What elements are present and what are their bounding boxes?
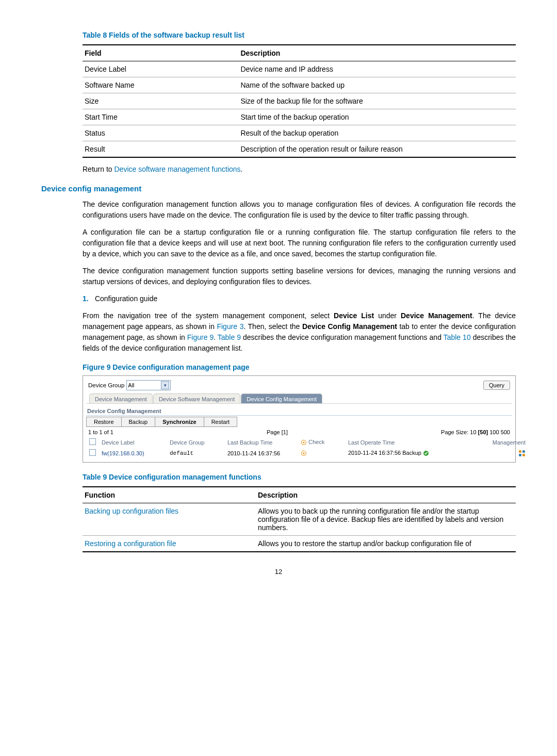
- p4-p7: describes the device configuration manag…: [241, 333, 444, 341]
- t9-r0-f[interactable]: Backing up configuration files: [85, 507, 178, 515]
- col-device-group[interactable]: Device Group: [168, 437, 224, 447]
- table8-head-field: Field: [83, 45, 238, 61]
- page-number: 12: [41, 568, 516, 576]
- gear-icon[interactable]: [301, 450, 307, 456]
- pager-right-cur[interactable]: [50]: [478, 429, 488, 435]
- return-link[interactable]: Device software management functions: [114, 165, 240, 173]
- query-button[interactable]: Query: [483, 381, 510, 390]
- config-grid: Device Label Device Group Last Backup Ti…: [86, 436, 529, 459]
- p4-b2: Device Management: [401, 311, 472, 320]
- return-suffix: .: [241, 165, 243, 173]
- col-last-backup[interactable]: Last Backup Time: [225, 437, 298, 447]
- row-last-operate-text: 2010-11-24 16:37:56 Backup: [348, 450, 421, 456]
- success-icon: [423, 450, 429, 456]
- p4-l3[interactable]: Table 9: [218, 333, 241, 341]
- t8-r2-d: Size of the backup file for the software: [238, 93, 516, 109]
- col-check[interactable]: Check: [299, 437, 345, 447]
- return-line: Return to Device software management fun…: [83, 164, 516, 175]
- pager-right-suffix[interactable]: 100 500: [488, 429, 510, 435]
- restart-button[interactable]: Restart: [204, 417, 237, 426]
- subheader: Device Config Management: [86, 405, 512, 416]
- t8-r3-f: Start Time: [83, 109, 238, 125]
- table9-head-func: Function: [83, 487, 256, 503]
- pager-right: Page Size: 10 [50] 100 500: [441, 429, 510, 435]
- t8-r2-f: Size: [83, 93, 238, 109]
- table9-head-desc: Description: [256, 487, 516, 503]
- col-last-operate[interactable]: Last Operate Time: [346, 437, 480, 447]
- t8-r4-d: Result of the backup operation: [238, 125, 516, 141]
- figure9-caption: Figure 9 Device configuration management…: [83, 363, 516, 371]
- t8-r0-f: Device Label: [83, 61, 238, 77]
- synchronize-button[interactable]: Synchronize: [155, 417, 204, 426]
- col-management[interactable]: Management: [481, 437, 528, 447]
- t9-r0-d: Allows you to back up the running config…: [256, 503, 516, 536]
- table-row: fw(192.168.0.30) default 2010-11-24 16:3…: [87, 448, 528, 458]
- table8-head-desc: Description: [238, 45, 516, 61]
- table9-title: Table 9 Device configuration management …: [83, 473, 516, 481]
- p4-b1: Device List: [334, 311, 374, 320]
- p4-l1[interactable]: Figure 3: [217, 322, 243, 331]
- para1: The device configuration management func…: [83, 199, 516, 221]
- p4-p1: From the navigation tree of the system m…: [83, 311, 334, 320]
- svg-rect-6: [522, 450, 525, 453]
- row-device-group: default: [168, 448, 224, 458]
- para3: The device configuration management func…: [83, 266, 516, 287]
- para2: A configuration file can be a startup co…: [83, 227, 516, 259]
- table9: Function Description Backing up configur…: [83, 486, 516, 552]
- row-device-label[interactable]: fw(192.168.0.30): [100, 448, 167, 458]
- para4: From the navigation tree of the system m…: [83, 310, 516, 354]
- toolbar: Restore Backup Synchronize Restart: [86, 417, 237, 427]
- list1-text: Configuration guide: [95, 294, 157, 303]
- chevron-down-icon: ▾: [161, 381, 169, 389]
- svg-rect-8: [522, 454, 525, 456]
- p4-p4: . Then, select the: [243, 322, 302, 331]
- device-group-label: Device Group: [88, 382, 124, 388]
- t8-r1-d: Name of the software backed up: [238, 77, 516, 93]
- list-item-1: 1. Configuration guide: [83, 293, 516, 304]
- checkbox-header[interactable]: [89, 438, 96, 445]
- figure9-screenshot: Device Group All ▾ Query Device Manageme…: [83, 375, 516, 463]
- list1-num: 1.: [83, 293, 93, 304]
- svg-rect-5: [519, 450, 521, 453]
- pager-right-prefix: Page Size: 10: [441, 429, 478, 435]
- tab-device-management[interactable]: Device Management: [89, 393, 153, 403]
- svg-point-1: [303, 442, 305, 443]
- pager-left: 1 to 1 of 1: [88, 429, 113, 435]
- gear-icon: [301, 439, 307, 446]
- section-heading: Device config management: [41, 184, 516, 193]
- col-check-text: Check: [308, 439, 324, 445]
- table8: Field Description Device LabelDevice nam…: [83, 44, 516, 158]
- t9-r1-d: Allows you to restore the startup and/or…: [256, 536, 516, 552]
- restore-button[interactable]: Restore: [87, 417, 122, 426]
- p4-p6: .: [214, 333, 218, 341]
- t8-r5-f: Result: [83, 141, 238, 158]
- p4-l2[interactable]: Figure 9: [187, 333, 214, 341]
- row-last-operate: 2010-11-24 16:37:56 Backup: [346, 448, 480, 458]
- management-icon[interactable]: [518, 450, 526, 457]
- return-prefix: Return to: [83, 165, 114, 173]
- svg-point-3: [303, 453, 305, 454]
- tab-device-config-management[interactable]: Device Config Management: [241, 393, 322, 403]
- row-last-backup: 2010-11-24 16:37:56: [225, 448, 298, 458]
- p4-l4[interactable]: Table 10: [444, 333, 471, 341]
- backup-button[interactable]: Backup: [122, 417, 156, 426]
- p4-b3: Device Config Management: [302, 322, 397, 331]
- t8-r5-d: Description of the operation result or f…: [238, 141, 516, 158]
- t8-r0-d: Device name and IP address: [238, 61, 516, 77]
- device-group-select[interactable]: All ▾: [126, 380, 171, 390]
- col-device-label[interactable]: Device Label: [100, 437, 167, 447]
- tab-device-software-management[interactable]: Device Software Management: [153, 393, 240, 403]
- device-group-value: All: [128, 382, 134, 388]
- t8-r4-f: Status: [83, 125, 238, 141]
- pager-mid: Page [1]: [267, 429, 288, 435]
- checkbox-row[interactable]: [89, 449, 96, 456]
- t8-r3-d: Start time of the backup operation: [238, 109, 516, 125]
- svg-rect-7: [519, 454, 521, 456]
- t8-r1-f: Software Name: [83, 77, 238, 93]
- t9-r1-f[interactable]: Restoring a configuration file: [85, 539, 176, 548]
- p4-p2: under: [374, 311, 401, 320]
- tabs: Device Management Device Software Manage…: [86, 393, 512, 404]
- table8-title: Table 8 Fields of the software backup re…: [83, 31, 516, 39]
